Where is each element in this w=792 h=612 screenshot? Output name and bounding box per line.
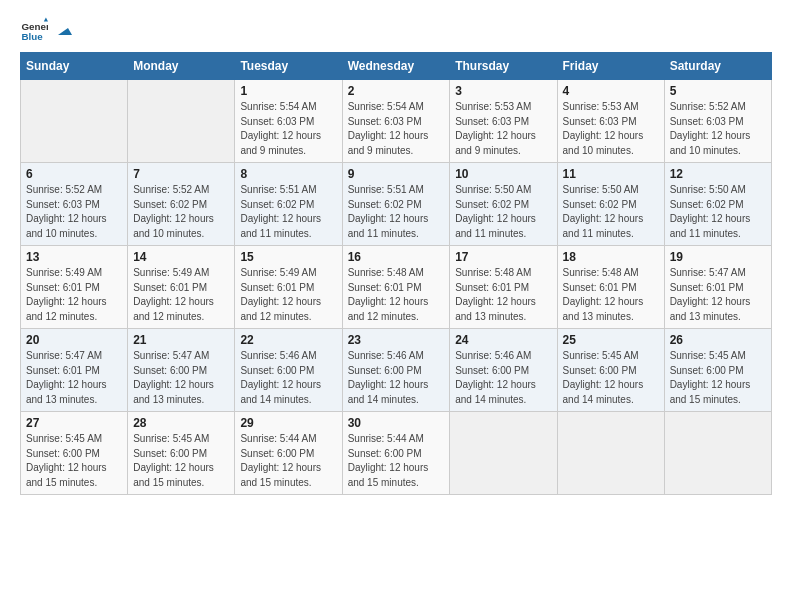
day-info: Sunrise: 5:49 AM Sunset: 6:01 PM Dayligh…: [26, 266, 122, 324]
calendar-day-cell: 1Sunrise: 5:54 AM Sunset: 6:03 PM Daylig…: [235, 80, 342, 163]
day-number: 12: [670, 167, 766, 181]
day-info: Sunrise: 5:46 AM Sunset: 6:00 PM Dayligh…: [348, 349, 445, 407]
day-number: 6: [26, 167, 122, 181]
weekday-header-row: SundayMondayTuesdayWednesdayThursdayFrid…: [21, 53, 772, 80]
svg-marker-3: [58, 28, 72, 35]
calendar-day-cell: 19Sunrise: 5:47 AM Sunset: 6:01 PM Dayli…: [664, 246, 771, 329]
day-number: 26: [670, 333, 766, 347]
calendar-week-row: 27Sunrise: 5:45 AM Sunset: 6:00 PM Dayli…: [21, 412, 772, 495]
day-number: 28: [133, 416, 229, 430]
day-number: 4: [563, 84, 659, 98]
calendar-week-row: 1Sunrise: 5:54 AM Sunset: 6:03 PM Daylig…: [21, 80, 772, 163]
day-info: Sunrise: 5:51 AM Sunset: 6:02 PM Dayligh…: [240, 183, 336, 241]
weekday-header-tuesday: Tuesday: [235, 53, 342, 80]
day-number: 25: [563, 333, 659, 347]
calendar-day-cell: 18Sunrise: 5:48 AM Sunset: 6:01 PM Dayli…: [557, 246, 664, 329]
calendar-day-cell: [128, 80, 235, 163]
day-info: Sunrise: 5:45 AM Sunset: 6:00 PM Dayligh…: [26, 432, 122, 490]
calendar-day-cell: 20Sunrise: 5:47 AM Sunset: 6:01 PM Dayli…: [21, 329, 128, 412]
day-info: Sunrise: 5:54 AM Sunset: 6:03 PM Dayligh…: [348, 100, 445, 158]
day-number: 13: [26, 250, 122, 264]
calendar-day-cell: [557, 412, 664, 495]
calendar-day-cell: 29Sunrise: 5:44 AM Sunset: 6:00 PM Dayli…: [235, 412, 342, 495]
calendar-day-cell: 23Sunrise: 5:46 AM Sunset: 6:00 PM Dayli…: [342, 329, 450, 412]
day-number: 1: [240, 84, 336, 98]
calendar-day-cell: [450, 412, 557, 495]
weekday-header-saturday: Saturday: [664, 53, 771, 80]
day-number: 30: [348, 416, 445, 430]
calendar-body: 1Sunrise: 5:54 AM Sunset: 6:03 PM Daylig…: [21, 80, 772, 495]
day-info: Sunrise: 5:44 AM Sunset: 6:00 PM Dayligh…: [240, 432, 336, 490]
calendar-week-row: 6Sunrise: 5:52 AM Sunset: 6:03 PM Daylig…: [21, 163, 772, 246]
calendar-week-row: 20Sunrise: 5:47 AM Sunset: 6:01 PM Dayli…: [21, 329, 772, 412]
day-number: 19: [670, 250, 766, 264]
calendar-day-cell: 8Sunrise: 5:51 AM Sunset: 6:02 PM Daylig…: [235, 163, 342, 246]
calendar-day-cell: 11Sunrise: 5:50 AM Sunset: 6:02 PM Dayli…: [557, 163, 664, 246]
calendar-day-cell: 5Sunrise: 5:52 AM Sunset: 6:03 PM Daylig…: [664, 80, 771, 163]
day-info: Sunrise: 5:45 AM Sunset: 6:00 PM Dayligh…: [670, 349, 766, 407]
day-number: 5: [670, 84, 766, 98]
day-info: Sunrise: 5:52 AM Sunset: 6:03 PM Dayligh…: [26, 183, 122, 241]
day-info: Sunrise: 5:48 AM Sunset: 6:01 PM Dayligh…: [455, 266, 551, 324]
day-info: Sunrise: 5:45 AM Sunset: 6:00 PM Dayligh…: [133, 432, 229, 490]
day-info: Sunrise: 5:46 AM Sunset: 6:00 PM Dayligh…: [240, 349, 336, 407]
calendar-day-cell: [21, 80, 128, 163]
calendar-day-cell: 10Sunrise: 5:50 AM Sunset: 6:02 PM Dayli…: [450, 163, 557, 246]
day-number: 11: [563, 167, 659, 181]
day-info: Sunrise: 5:46 AM Sunset: 6:00 PM Dayligh…: [455, 349, 551, 407]
calendar-day-cell: 3Sunrise: 5:53 AM Sunset: 6:03 PM Daylig…: [450, 80, 557, 163]
svg-text:Blue: Blue: [21, 31, 43, 42]
header: General Blue: [20, 16, 772, 44]
calendar-week-row: 13Sunrise: 5:49 AM Sunset: 6:01 PM Dayli…: [21, 246, 772, 329]
day-info: Sunrise: 5:48 AM Sunset: 6:01 PM Dayligh…: [563, 266, 659, 324]
weekday-header-sunday: Sunday: [21, 53, 128, 80]
day-info: Sunrise: 5:52 AM Sunset: 6:03 PM Dayligh…: [670, 100, 766, 158]
calendar-day-cell: 7Sunrise: 5:52 AM Sunset: 6:02 PM Daylig…: [128, 163, 235, 246]
day-info: Sunrise: 5:53 AM Sunset: 6:03 PM Dayligh…: [455, 100, 551, 158]
day-number: 22: [240, 333, 336, 347]
calendar-day-cell: 12Sunrise: 5:50 AM Sunset: 6:02 PM Dayli…: [664, 163, 771, 246]
day-number: 20: [26, 333, 122, 347]
day-number: 16: [348, 250, 445, 264]
day-number: 18: [563, 250, 659, 264]
day-number: 2: [348, 84, 445, 98]
day-info: Sunrise: 5:50 AM Sunset: 6:02 PM Dayligh…: [563, 183, 659, 241]
day-number: 15: [240, 250, 336, 264]
day-number: 3: [455, 84, 551, 98]
day-info: Sunrise: 5:54 AM Sunset: 6:03 PM Dayligh…: [240, 100, 336, 158]
weekday-header-thursday: Thursday: [450, 53, 557, 80]
day-number: 23: [348, 333, 445, 347]
day-number: 7: [133, 167, 229, 181]
calendar-day-cell: 15Sunrise: 5:49 AM Sunset: 6:01 PM Dayli…: [235, 246, 342, 329]
weekday-header-wednesday: Wednesday: [342, 53, 450, 80]
calendar-day-cell: 14Sunrise: 5:49 AM Sunset: 6:01 PM Dayli…: [128, 246, 235, 329]
day-info: Sunrise: 5:47 AM Sunset: 6:00 PM Dayligh…: [133, 349, 229, 407]
weekday-header-friday: Friday: [557, 53, 664, 80]
calendar-day-cell: 22Sunrise: 5:46 AM Sunset: 6:00 PM Dayli…: [235, 329, 342, 412]
calendar-day-cell: 30Sunrise: 5:44 AM Sunset: 6:00 PM Dayli…: [342, 412, 450, 495]
day-number: 9: [348, 167, 445, 181]
day-number: 14: [133, 250, 229, 264]
day-info: Sunrise: 5:49 AM Sunset: 6:01 PM Dayligh…: [133, 266, 229, 324]
calendar-day-cell: 24Sunrise: 5:46 AM Sunset: 6:00 PM Dayli…: [450, 329, 557, 412]
logo: General Blue: [20, 16, 72, 44]
weekday-header-monday: Monday: [128, 53, 235, 80]
day-info: Sunrise: 5:50 AM Sunset: 6:02 PM Dayligh…: [670, 183, 766, 241]
calendar-day-cell: 6Sunrise: 5:52 AM Sunset: 6:03 PM Daylig…: [21, 163, 128, 246]
calendar-day-cell: [664, 412, 771, 495]
day-number: 29: [240, 416, 336, 430]
day-info: Sunrise: 5:51 AM Sunset: 6:02 PM Dayligh…: [348, 183, 445, 241]
day-info: Sunrise: 5:47 AM Sunset: 6:01 PM Dayligh…: [26, 349, 122, 407]
day-number: 21: [133, 333, 229, 347]
calendar-day-cell: 9Sunrise: 5:51 AM Sunset: 6:02 PM Daylig…: [342, 163, 450, 246]
calendar-day-cell: 21Sunrise: 5:47 AM Sunset: 6:00 PM Dayli…: [128, 329, 235, 412]
day-number: 27: [26, 416, 122, 430]
calendar-day-cell: 28Sunrise: 5:45 AM Sunset: 6:00 PM Dayli…: [128, 412, 235, 495]
calendar-header: SundayMondayTuesdayWednesdayThursdayFrid…: [21, 53, 772, 80]
day-info: Sunrise: 5:50 AM Sunset: 6:02 PM Dayligh…: [455, 183, 551, 241]
day-info: Sunrise: 5:49 AM Sunset: 6:01 PM Dayligh…: [240, 266, 336, 324]
calendar-day-cell: 16Sunrise: 5:48 AM Sunset: 6:01 PM Dayli…: [342, 246, 450, 329]
day-info: Sunrise: 5:52 AM Sunset: 6:02 PM Dayligh…: [133, 183, 229, 241]
day-info: Sunrise: 5:48 AM Sunset: 6:01 PM Dayligh…: [348, 266, 445, 324]
day-number: 8: [240, 167, 336, 181]
